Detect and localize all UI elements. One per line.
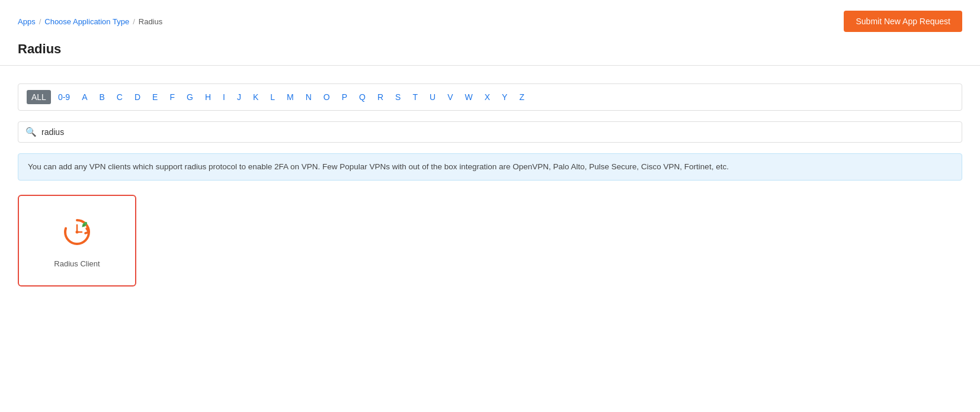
alpha-btn-g[interactable]: G	[182, 90, 198, 104]
alpha-btn-m[interactable]: M	[282, 90, 299, 104]
alpha-btn-h[interactable]: H	[200, 90, 216, 104]
alpha-btn-i[interactable]: I	[218, 90, 230, 104]
apps-grid: Radius Client	[18, 195, 962, 287]
alpha-btn-l[interactable]: L	[265, 90, 280, 104]
search-input[interactable]	[41, 127, 955, 137]
alpha-btn-n[interactable]: N	[301, 90, 316, 104]
alpha-btn-o[interactable]: O	[319, 90, 335, 104]
breadcrumb-sep2: /	[133, 17, 135, 26]
radius-client-name: Radius Client	[54, 259, 100, 268]
alpha-filter: ALL0-9ABCDEFGHIJKLMNOPQRSTUVWXYZ	[18, 83, 962, 111]
alpha-btn-f[interactable]: F	[165, 90, 180, 104]
submit-new-app-request-button[interactable]: Submit New App Request	[844, 11, 962, 32]
alpha-btn-b[interactable]: B	[95, 90, 110, 104]
search-icon: 🔍	[25, 127, 37, 137]
info-banner: You can add any VPN clients which suppor…	[18, 153, 962, 181]
breadcrumb: Apps / Choose Application Type / Radius	[18, 17, 162, 26]
alpha-btn-d[interactable]: D	[130, 90, 145, 104]
alpha-btn-e[interactable]: E	[148, 90, 162, 104]
alpha-btn-all[interactable]: ALL	[27, 90, 51, 104]
alpha-btn-q[interactable]: Q	[354, 90, 370, 104]
top-bar: Apps / Choose Application Type / Radius …	[0, 0, 980, 38]
alpha-btn-u[interactable]: U	[425, 90, 440, 104]
alpha-btn-y[interactable]: Y	[497, 90, 512, 104]
alpha-btn-v[interactable]: V	[443, 90, 457, 104]
app-card-radius-client[interactable]: Radius Client	[18, 195, 136, 287]
page-title-section: Radius	[0, 38, 980, 65]
alpha-btn-a[interactable]: A	[77, 90, 92, 104]
breadcrumb-apps[interactable]: Apps	[18, 17, 36, 26]
alpha-btn-c[interactable]: C	[112, 90, 127, 104]
breadcrumb-current: Radius	[139, 17, 162, 26]
alpha-btn-z[interactable]: Z	[514, 90, 529, 104]
alpha-btn-0-9[interactable]: 0-9	[53, 90, 75, 104]
breadcrumb-sep1: /	[39, 17, 41, 26]
breadcrumb-choose-app-type[interactable]: Choose Application Type	[44, 17, 129, 26]
radius-client-icon	[58, 213, 96, 251]
alpha-btn-p[interactable]: P	[337, 90, 352, 104]
alpha-btn-k[interactable]: K	[248, 90, 263, 104]
alpha-btn-r[interactable]: R	[373, 90, 388, 104]
search-container: 🔍	[18, 121, 962, 143]
alpha-btn-j[interactable]: J	[232, 90, 246, 104]
alpha-btn-s[interactable]: S	[390, 90, 405, 104]
page-title: Radius	[18, 41, 962, 57]
alpha-btn-w[interactable]: W	[460, 90, 477, 104]
main-content: ALL0-9ABCDEFGHIJKLMNOPQRSTUVWXYZ 🔍 You c…	[0, 78, 980, 304]
divider	[0, 65, 980, 66]
alpha-btn-x[interactable]: X	[480, 90, 495, 104]
alpha-btn-t[interactable]: T	[408, 90, 422, 104]
